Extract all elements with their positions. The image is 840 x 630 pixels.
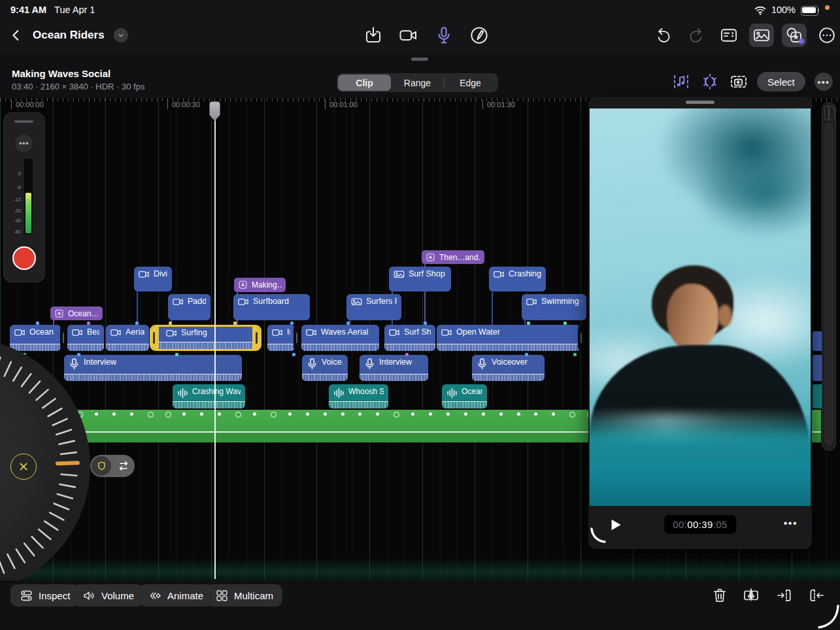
beat-marker <box>165 412 171 418</box>
project-name[interactable]: Ocean Riders <box>33 29 105 42</box>
browser-button[interactable] <box>716 24 741 47</box>
clip-waves-aerial[interactable]: Waves Aerial <box>301 325 379 351</box>
clip-aerial[interactable]: Aerial… <box>106 325 149 351</box>
transition-handle[interactable] <box>60 325 67 350</box>
close-jog-button[interactable] <box>10 454 37 480</box>
selection-mode-switcher: ClipRangeEdge <box>337 73 498 92</box>
audio-level-meter <box>24 159 33 235</box>
record-voiceover-button[interactable] <box>12 246 36 270</box>
video-icon <box>272 328 283 337</box>
clip-label: Beach <box>87 327 99 337</box>
clip-surfboard[interactable]: Surfboard <box>233 294 310 320</box>
mode-edge[interactable]: Edge <box>444 75 497 91</box>
beat-marker <box>324 412 327 416</box>
scrollbar-zoom-widget[interactable] <box>824 106 835 120</box>
clip-ocean[interactable]: AOcean… <box>50 307 103 320</box>
clip-divi[interactable]: Divi… <box>134 267 172 291</box>
clip-swimming-out[interactable]: Swimming Out <box>522 294 586 320</box>
import-button[interactable] <box>363 25 383 45</box>
clip-surf-shop-p[interactable]: Surf Shop P… <box>389 267 451 291</box>
timeline-more-button[interactable]: ••• <box>815 73 833 91</box>
clock-time: 9:41 AM <box>10 5 46 15</box>
beat-marker <box>218 412 221 416</box>
animate-button[interactable]: Animate <box>139 584 212 606</box>
record-video-button[interactable] <box>399 25 418 45</box>
clip-ocean[interactable]: Ocean <box>10 325 61 351</box>
clip-open-water[interactable]: Open Water <box>437 325 580 351</box>
clip-whoosh-s[interactable]: Whoosh S… <box>329 384 388 408</box>
volume-button[interactable]: Volume <box>73 584 143 606</box>
viewer-panel: 00:00:39:05 ••• <box>588 97 812 549</box>
clip-beach[interactable]: Beach <box>67 325 104 351</box>
viewer-resize-corner[interactable] <box>590 527 607 544</box>
viewer-more-button[interactable]: ••• <box>784 518 798 529</box>
badge-dot <box>799 39 804 44</box>
keyframe-marker <box>169 322 172 325</box>
scrollbar-track[interactable] <box>825 124 833 445</box>
clip-ocean[interactable]: Ocean… <box>442 384 487 408</box>
play-button[interactable] <box>607 516 624 533</box>
mode-clip[interactable]: Clip <box>338 75 391 91</box>
redo-button[interactable] <box>684 24 709 47</box>
clip-then-and[interactable]: AThen…and… <box>422 250 484 264</box>
trim-handle-left[interactable] <box>150 325 159 351</box>
beat-marker <box>569 412 575 418</box>
clip-int[interactable]: Int… <box>267 325 295 351</box>
beat-marker <box>130 412 133 416</box>
browser-icon <box>720 26 738 44</box>
viewer-drag-handle[interactable] <box>686 101 714 104</box>
clip-voiceover[interactable]: Voiceover <box>472 355 545 381</box>
meter-drag-handle[interactable] <box>14 120 33 123</box>
multicam-button[interactable]: Multicam <box>206 584 282 606</box>
picture-in-picture-button[interactable] <box>730 73 748 91</box>
meter-more-button[interactable]: ••• <box>15 135 33 152</box>
trim-handle-right[interactable] <box>252 325 261 351</box>
clip-interview[interactable]: Interview <box>360 355 428 381</box>
keyframe-marker <box>292 353 295 356</box>
panel-resize-handle[interactable] <box>411 58 428 61</box>
delete-button[interactable] <box>711 587 728 604</box>
audio-sync-button[interactable] <box>672 73 690 91</box>
beat-marker <box>253 412 256 416</box>
clip-label: Aerial… <box>126 327 144 337</box>
clip-making[interactable]: AMaking… <box>234 278 286 292</box>
clip-surfing[interactable]: Surfing <box>150 325 261 351</box>
trim-end-button[interactable] <box>808 587 825 604</box>
title-icon: A <box>426 253 435 262</box>
clip-crashing-wave[interactable]: Crashing Wave… <box>173 384 245 408</box>
beat-marker <box>429 412 432 416</box>
timecode-display[interactable]: 00:00:39:05 <box>664 515 736 534</box>
media-button[interactable] <box>749 24 774 47</box>
video-icon <box>389 328 400 337</box>
clip-surfers-p[interactable]: Surfers P… <box>346 294 401 320</box>
beat-marker <box>482 412 485 416</box>
button-label: Inspect <box>39 590 70 601</box>
mode-range[interactable]: Range <box>391 75 444 91</box>
clip-label: Surf Shop P… <box>409 269 446 278</box>
select-button[interactable]: Select <box>757 72 805 91</box>
clip-voice[interactable]: Voice… <box>302 355 348 381</box>
more-button[interactable] <box>815 24 839 47</box>
back-button[interactable] <box>9 27 24 43</box>
clip-surf-sho[interactable]: Surf Sho… <box>384 325 435 351</box>
project-menu-button[interactable] <box>114 28 128 42</box>
mic-in-use-indicator <box>825 5 830 10</box>
clip-paddli[interactable]: Paddli… <box>168 294 210 320</box>
beat-marker <box>376 412 379 416</box>
transition-handle[interactable] <box>578 325 584 350</box>
voice-isolation-button[interactable] <box>701 73 719 91</box>
clip-crashing[interactable]: Crashing… <box>489 267 546 291</box>
trim-start-button[interactable] <box>776 587 793 604</box>
inspect-button[interactable]: Inspect <box>10 584 79 606</box>
video-icon <box>494 270 505 279</box>
microphone-button[interactable] <box>434 25 454 45</box>
transition-handle[interactable] <box>294 325 300 350</box>
effects-button[interactable] <box>782 24 807 47</box>
timeline-vertical-scrollbar[interactable] <box>822 102 836 451</box>
clip-skim-toggle[interactable] <box>90 455 135 477</box>
markup-button[interactable] <box>469 25 489 45</box>
undo-button[interactable] <box>651 24 676 47</box>
toolbar-right-icons <box>651 24 839 47</box>
beat-marker <box>182 412 186 416</box>
blade-button[interactable] <box>743 587 760 604</box>
